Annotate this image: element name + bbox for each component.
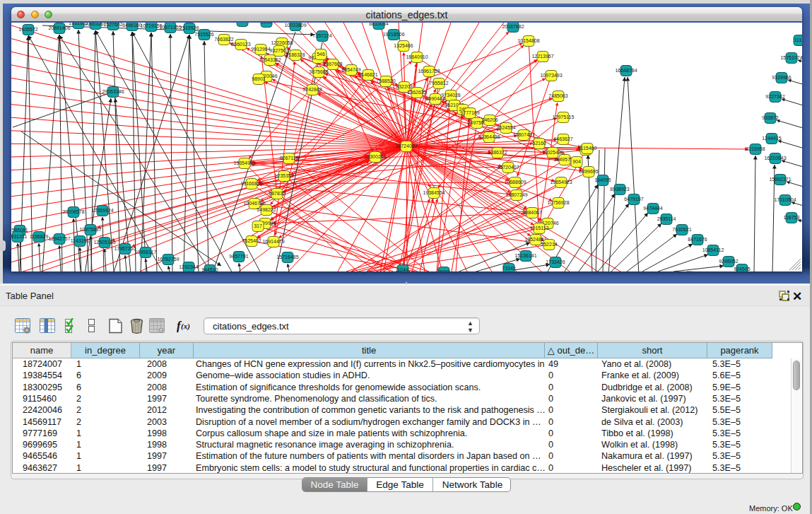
svg-text:98901: 98901 — [252, 76, 266, 81]
svg-text:9115460: 9115460 — [578, 146, 597, 151]
svg-text:12226058: 12226058 — [271, 40, 293, 45]
svg-text:1931311: 1931311 — [11, 234, 27, 239]
svg-text:7955812: 7955812 — [429, 81, 448, 86]
svg-text:8471676: 8471676 — [688, 237, 707, 242]
svg-text:3215958: 3215958 — [746, 146, 765, 151]
svg-text:20691406: 20691406 — [48, 25, 70, 30]
svg-text:10154808: 10154808 — [517, 38, 539, 43]
svg-text:20208578: 20208578 — [62, 209, 84, 214]
svg-text:10025438: 10025438 — [541, 150, 563, 155]
svg-text:1362635: 1362635 — [407, 90, 426, 95]
svg-text:17010504: 17010504 — [774, 197, 796, 202]
svg-text:2386372: 2386372 — [488, 150, 507, 155]
svg-text:12213967: 12213967 — [531, 54, 553, 59]
svg-text:16210643: 16210643 — [764, 156, 786, 160]
svg-text:10756928: 10756928 — [547, 200, 569, 205]
svg-text:933872: 933872 — [762, 115, 778, 120]
svg-text:19218506: 19218506 — [382, 32, 404, 37]
svg-text:8854749: 8854749 — [341, 67, 360, 72]
svg-text:(x): (x) — [181, 322, 190, 331]
svg-text:19384554: 19384554 — [423, 190, 445, 195]
svg-text:116753: 116753 — [784, 215, 800, 220]
svg-text:10654112: 10654112 — [702, 247, 724, 252]
svg-text:6466160: 6466160 — [122, 23, 141, 28]
svg-text:10958117: 10958117 — [135, 250, 157, 255]
svg-text:6479197: 6479197 — [624, 197, 643, 201]
svg-text:931305: 931305 — [234, 23, 250, 23]
svg-text:10975887: 10975887 — [79, 227, 101, 232]
svg-text:1044: 1044 — [397, 267, 408, 271]
svg-text:9463627: 9463627 — [553, 136, 572, 141]
svg-text:746206: 746206 — [481, 117, 498, 122]
svg-text:10973493: 10973493 — [540, 73, 562, 78]
svg-text:17957255: 17957255 — [114, 246, 136, 251]
svg-text:1292344: 1292344 — [179, 264, 198, 269]
svg-text:252214: 252214 — [541, 242, 557, 247]
svg-text:5498222: 5498222 — [257, 207, 276, 212]
svg-text:29053346: 29053346 — [102, 89, 124, 94]
svg-text:15716485: 15716485 — [276, 255, 298, 259]
svg-text:832203: 832203 — [396, 84, 412, 89]
svg-text:9227342: 9227342 — [765, 94, 784, 99]
svg-text:10807487: 10807487 — [512, 132, 534, 137]
svg-text:15751074: 15751074 — [780, 55, 802, 60]
svg-text:10033809: 10033809 — [284, 23, 306, 28]
svg-text:8813: 8813 — [261, 23, 272, 24]
svg-text:8267110: 8267110 — [280, 156, 299, 160]
svg-text:9734028: 9734028 — [441, 93, 460, 98]
svg-text:7625402: 7625402 — [242, 238, 261, 243]
svg-text:7632621: 7632621 — [672, 227, 691, 232]
svg-text:7485063: 7485063 — [548, 93, 567, 98]
svg-text:17975115: 17975115 — [553, 115, 575, 119]
svg-text:944510: 944510 — [201, 267, 218, 271]
svg-text:9146821: 9146821 — [358, 72, 377, 77]
svg-text:73342: 73342 — [502, 266, 516, 271]
svg-text:7515526: 7515526 — [194, 32, 213, 37]
svg-text:8938923: 8938923 — [610, 187, 629, 192]
svg-text:19654983: 19654983 — [233, 160, 255, 165]
svg-text:1244415: 1244415 — [762, 136, 781, 141]
svg-text:1112: 1112 — [794, 37, 802, 42]
svg-text:1325466: 1325466 — [394, 43, 413, 48]
svg-text:10543362: 10543362 — [259, 57, 281, 62]
svg-text:8660123: 8660123 — [231, 42, 250, 47]
svg-text:7357224: 7357224 — [312, 33, 331, 38]
svg-text:16961758: 16961758 — [418, 69, 440, 74]
svg-text:1156829: 1156829 — [30, 234, 49, 239]
svg-text:9329966: 9329966 — [772, 75, 791, 80]
svg-text:3875685: 3875685 — [309, 69, 328, 74]
svg-text:20364436: 20364436 — [478, 134, 500, 139]
svg-text:7663822: 7663822 — [214, 37, 233, 42]
svg-text:12942757: 12942757 — [48, 236, 70, 241]
svg-text:2093: 2093 — [438, 269, 449, 271]
svg-text:8186328: 8186328 — [286, 52, 305, 57]
svg-text:9777169: 9777169 — [460, 110, 479, 115]
svg-text:62160: 62160 — [532, 141, 546, 146]
svg-text:317: 317 — [254, 223, 262, 228]
svg-text:8813054: 8813054 — [369, 23, 388, 26]
svg-text:18640910: 18640910 — [406, 54, 428, 59]
svg-text:12505185: 12505185 — [93, 240, 115, 245]
svg-text:1143191: 1143191 — [71, 238, 90, 243]
svg-text:1015112: 1015112 — [530, 226, 549, 230]
svg-text:16782759: 16782759 — [157, 257, 179, 262]
svg-text:9474444: 9474444 — [643, 206, 662, 211]
svg-text:16648784: 16648784 — [615, 68, 637, 73]
svg-text:18724007: 18724007 — [395, 144, 417, 148]
svg-text:17359924: 17359924 — [91, 208, 113, 213]
svg-text:3624554: 3624554 — [496, 125, 515, 130]
svg-text:18807249: 18807249 — [505, 192, 527, 197]
svg-text:15720407: 15720407 — [497, 165, 519, 170]
svg-text:9457791: 9457791 — [229, 254, 248, 259]
svg-text:10671355: 10671355 — [159, 25, 181, 30]
svg-text:10688609: 10688609 — [504, 180, 526, 185]
svg-text:7515526: 7515526 — [180, 25, 199, 30]
svg-text:904: 904 — [572, 159, 581, 164]
svg-text:0899695: 0899695 — [579, 169, 598, 174]
svg-text:9242848: 9242848 — [302, 87, 322, 92]
svg-text:19654923: 19654923 — [550, 180, 572, 185]
svg-text:18300295: 18300295 — [364, 154, 386, 159]
svg-text:546: 546 — [317, 52, 325, 57]
svg-text:2935114: 2935114 — [657, 216, 676, 221]
svg-text:1527602: 1527602 — [103, 23, 122, 27]
